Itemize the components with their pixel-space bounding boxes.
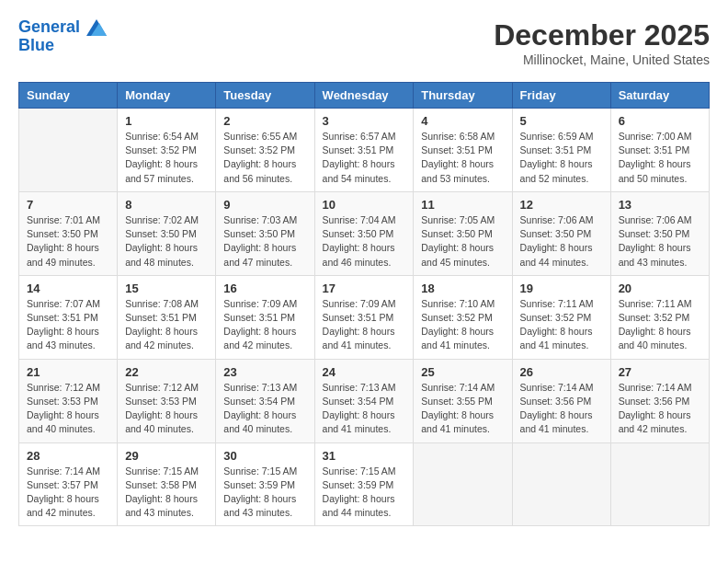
daylight-label: Daylight: 8 hours and 44 minutes.	[323, 493, 395, 518]
sunset-label: Sunset: 3:50 PM	[125, 228, 197, 239]
calendar-cell: 27 Sunrise: 7:14 AM Sunset: 3:56 PM Dayl…	[610, 359, 709, 442]
sunset-label: Sunset: 3:56 PM	[520, 396, 592, 407]
sunrise-label: Sunrise: 6:54 AM	[125, 131, 199, 142]
day-number: 1	[125, 114, 208, 128]
daylight-label: Daylight: 8 hours and 49 minutes.	[27, 242, 99, 267]
sunrise-label: Sunrise: 7:12 AM	[27, 382, 100, 393]
calendar-cell: 19 Sunrise: 7:11 AM Sunset: 3:52 PM Dayl…	[512, 275, 610, 359]
sunrise-label: Sunrise: 7:14 AM	[421, 382, 495, 393]
sunrise-label: Sunrise: 7:00 AM	[619, 131, 692, 142]
day-info: Sunrise: 7:05 AM Sunset: 3:50 PM Dayligh…	[421, 213, 504, 270]
daylight-label: Daylight: 8 hours and 43 minutes.	[619, 242, 691, 267]
daylight-label: Daylight: 8 hours and 52 minutes.	[520, 158, 593, 183]
day-number: 8	[125, 198, 208, 212]
day-info: Sunrise: 7:00 AM Sunset: 3:51 PM Dayligh…	[619, 130, 701, 186]
day-info: Sunrise: 7:11 AM Sunset: 3:52 PM Dayligh…	[619, 297, 701, 353]
day-number: 25	[421, 365, 504, 379]
calendar-cell: 8 Sunrise: 7:02 AM Sunset: 3:50 PM Dayli…	[118, 191, 216, 275]
sunset-label: Sunset: 3:58 PM	[125, 479, 197, 490]
sunrise-label: Sunrise: 7:03 AM	[223, 214, 297, 225]
day-number: 2	[223, 114, 306, 128]
sunrise-label: Sunrise: 7:15 AM	[323, 465, 396, 477]
calendar-cell	[512, 442, 610, 526]
day-number: 10	[323, 198, 406, 212]
day-info: Sunrise: 7:15 AM Sunset: 3:58 PM Dayligh…	[125, 465, 208, 521]
day-number: 4	[421, 114, 504, 128]
sunrise-label: Sunrise: 7:09 AM	[323, 298, 396, 309]
calendar-cell: 15 Sunrise: 7:08 AM Sunset: 3:51 PM Dayl…	[118, 275, 216, 359]
daylight-label: Daylight: 8 hours and 41 minutes.	[520, 409, 593, 434]
page-header: General Blue December 2025 Millinocket, …	[18, 18, 710, 67]
sunrise-label: Sunrise: 7:05 AM	[421, 214, 495, 225]
day-info: Sunrise: 7:14 AM Sunset: 3:56 PM Dayligh…	[520, 381, 603, 437]
daylight-label: Daylight: 8 hours and 45 minutes.	[421, 242, 494, 267]
sunset-label: Sunset: 3:52 PM	[223, 144, 295, 155]
day-info: Sunrise: 7:13 AM Sunset: 3:54 PM Dayligh…	[223, 381, 306, 437]
logo: General Blue	[18, 18, 107, 55]
calendar-header-row: SundayMondayTuesdayWednesdayThursdayFrid…	[19, 83, 710, 109]
sunset-label: Sunset: 3:51 PM	[520, 144, 592, 155]
day-number: 13	[619, 198, 701, 212]
calendar-cell: 28 Sunrise: 7:14 AM Sunset: 3:57 PM Dayl…	[19, 442, 118, 526]
calendar-cell: 18 Sunrise: 7:10 AM Sunset: 3:52 PM Dayl…	[414, 275, 512, 359]
daylight-label: Daylight: 8 hours and 42 minutes.	[223, 326, 296, 350]
sunset-label: Sunset: 3:51 PM	[223, 312, 295, 323]
day-number: 22	[125, 365, 208, 379]
day-info: Sunrise: 7:06 AM Sunset: 3:50 PM Dayligh…	[619, 213, 701, 270]
day-info: Sunrise: 6:57 AM Sunset: 3:51 PM Dayligh…	[323, 130, 406, 186]
day-info: Sunrise: 6:54 AM Sunset: 3:52 PM Dayligh…	[125, 130, 208, 186]
sunrise-label: Sunrise: 7:14 AM	[27, 465, 100, 477]
sunset-label: Sunset: 3:59 PM	[323, 479, 394, 490]
calendar-week-1: 1 Sunrise: 6:54 AM Sunset: 3:52 PM Dayli…	[19, 109, 710, 192]
calendar-cell: 2 Sunrise: 6:55 AM Sunset: 3:52 PM Dayli…	[216, 109, 314, 192]
sunrise-label: Sunrise: 7:01 AM	[27, 214, 100, 225]
sunrise-label: Sunrise: 7:15 AM	[223, 465, 297, 477]
weekday-header-monday: Monday	[118, 83, 216, 109]
daylight-label: Daylight: 8 hours and 40 minutes.	[125, 409, 198, 434]
day-number: 30	[223, 449, 306, 463]
day-number: 20	[619, 282, 701, 295]
sunset-label: Sunset: 3:50 PM	[27, 228, 98, 239]
calendar-cell: 21 Sunrise: 7:12 AM Sunset: 3:53 PM Dayl…	[19, 359, 118, 442]
day-number: 9	[223, 198, 306, 212]
day-number: 21	[27, 365, 109, 379]
day-info: Sunrise: 7:14 AM Sunset: 3:55 PM Dayligh…	[421, 381, 504, 437]
sunrise-label: Sunrise: 7:09 AM	[223, 298, 297, 309]
sunset-label: Sunset: 3:50 PM	[323, 228, 394, 239]
calendar-cell: 5 Sunrise: 6:59 AM Sunset: 3:51 PM Dayli…	[512, 109, 610, 192]
day-info: Sunrise: 7:12 AM Sunset: 3:53 PM Dayligh…	[125, 381, 208, 437]
day-number: 11	[421, 198, 504, 212]
daylight-label: Daylight: 8 hours and 42 minutes.	[619, 409, 691, 434]
sunset-label: Sunset: 3:54 PM	[323, 396, 394, 407]
sunset-label: Sunset: 3:50 PM	[223, 228, 295, 239]
calendar-week-3: 14 Sunrise: 7:07 AM Sunset: 3:51 PM Dayl…	[19, 275, 710, 359]
logo-blue: Blue	[18, 36, 54, 54]
daylight-label: Daylight: 8 hours and 42 minutes.	[27, 493, 99, 518]
sunrise-label: Sunrise: 7:13 AM	[223, 382, 297, 393]
day-number: 5	[520, 114, 603, 128]
daylight-label: Daylight: 8 hours and 43 minutes.	[27, 326, 99, 350]
sunset-label: Sunset: 3:51 PM	[619, 144, 690, 155]
sunrise-label: Sunrise: 6:58 AM	[421, 131, 495, 142]
day-number: 26	[520, 365, 603, 379]
day-number: 7	[27, 198, 109, 212]
weekday-header-wednesday: Wednesday	[314, 83, 414, 109]
sunrise-label: Sunrise: 6:55 AM	[223, 131, 297, 142]
day-info: Sunrise: 7:02 AM Sunset: 3:50 PM Dayligh…	[125, 213, 208, 270]
calendar-cell: 10 Sunrise: 7:04 AM Sunset: 3:50 PM Dayl…	[314, 191, 414, 275]
weekday-header-friday: Friday	[512, 83, 610, 109]
day-info: Sunrise: 6:58 AM Sunset: 3:51 PM Dayligh…	[421, 130, 504, 186]
calendar-cell	[414, 442, 512, 526]
sunrise-label: Sunrise: 6:59 AM	[520, 131, 594, 142]
daylight-label: Daylight: 8 hours and 41 minutes.	[520, 326, 593, 350]
sunset-label: Sunset: 3:50 PM	[520, 228, 592, 239]
sunrise-label: Sunrise: 7:08 AM	[125, 298, 199, 309]
daylight-label: Daylight: 8 hours and 57 minutes.	[125, 158, 198, 183]
daylight-label: Daylight: 8 hours and 42 minutes.	[125, 326, 198, 350]
sunrise-label: Sunrise: 7:06 AM	[619, 214, 692, 225]
daylight-label: Daylight: 8 hours and 40 minutes.	[223, 409, 296, 434]
day-number: 6	[619, 114, 701, 128]
weekday-header-sunday: Sunday	[19, 83, 118, 109]
day-info: Sunrise: 7:11 AM Sunset: 3:52 PM Dayligh…	[520, 297, 603, 353]
day-info: Sunrise: 6:59 AM Sunset: 3:51 PM Dayligh…	[520, 130, 603, 186]
